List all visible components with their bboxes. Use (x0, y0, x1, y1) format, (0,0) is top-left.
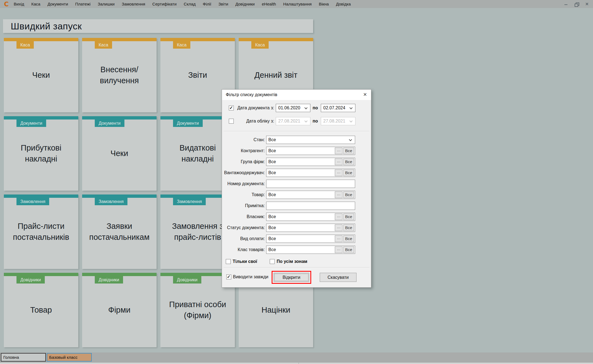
field-row-tovar: Товар:Все···Все (222, 191, 371, 199)
field-value-status-dokumenta[interactable]: Все (266, 224, 335, 232)
field-label-hrupa-firm: Група фірм: (224, 158, 265, 166)
all-button-hrupa-firm[interactable]: Все (343, 159, 354, 165)
tile-label: Прайс-листи постачальників (4, 194, 78, 269)
separator (224, 267, 369, 268)
always-show-checkbox[interactable] (226, 274, 231, 279)
field-row-status-dokumenta: Статус документа:Все···Все (222, 224, 371, 232)
field-value-tovar[interactable]: Все (266, 191, 335, 199)
menu-item-11[interactable]: eHealth (262, 2, 276, 6)
field-input-nomer-dokumenta[interactable] (266, 180, 355, 188)
field-row-vlasnyk: Власник:Все···Все (222, 213, 371, 221)
window-controls: ✕ (564, 0, 589, 8)
all-button-klas-tovariv[interactable]: Все (343, 246, 354, 253)
ellipsis-button-status-dokumenta[interactable]: ··· (335, 224, 343, 231)
date-checkbox-data-obliku[interactable] (229, 119, 234, 124)
chevron-down-icon (304, 106, 307, 109)
field-value-vyd-oplaty[interactable]: Все (266, 235, 335, 243)
tile-dok-prybutkovi[interactable]: ДокументиПрибуткові накладні (4, 116, 78, 191)
field-row-kontrahent: Контрагент:Все···Все (222, 147, 371, 155)
field-label-prymitka: Примітка: (224, 202, 265, 210)
tile-zam-prais-lysty[interactable]: ЗамовленняПрайс-листи постачальників (4, 194, 78, 269)
menu-item-9[interactable]: Звіти (218, 2, 228, 6)
menu-item-0[interactable]: Вихід (14, 2, 24, 6)
open-button[interactable]: Відкрити (274, 273, 309, 282)
ellipsis-button-tovar[interactable]: ··· (335, 191, 343, 198)
statusbar-tab-holovna[interactable]: Головна (1, 353, 46, 362)
field-label-kontrahent: Контрагент: (224, 147, 265, 155)
menu-item-7[interactable]: Склад (184, 2, 196, 6)
field-label-status-dokumenta: Статус документа: (224, 224, 265, 232)
date-checkbox-data-dokumenta[interactable] (229, 105, 234, 110)
field-value-vlasnyk[interactable]: Все (266, 213, 335, 221)
date-to-combo-data-obliku[interactable]: 27.08.2021 (321, 117, 355, 125)
tile-label: Внесення/вилучення (82, 38, 157, 112)
ellipsis-button-kontrahent[interactable]: ··· (335, 148, 343, 154)
field-value-hrupa-firm[interactable]: Все (266, 158, 335, 166)
tile-dok-cheky[interactable]: ДокументиЧеки (82, 116, 157, 191)
close-window-icon[interactable]: ✕ (585, 2, 589, 6)
menu-item-3[interactable]: Платежі (75, 2, 91, 6)
tile-zam-zaiavky[interactable]: ЗамовленняЗаявки постачальникам (82, 194, 157, 269)
menu-items: ВихідКасаДокументиПлатежіЗалишкиЗамовлен… (14, 2, 351, 6)
minimize-icon[interactable] (564, 2, 568, 6)
menu-item-14[interactable]: Довідка (336, 2, 351, 6)
all-button-tovar[interactable]: Все (343, 191, 354, 198)
menu-item-13[interactable]: Вікна (319, 2, 329, 6)
tile-label: Прибуткові накладні (4, 116, 78, 191)
menu-item-8[interactable]: Філії (203, 2, 211, 6)
date-to-combo-data-dokumenta[interactable]: 02.07.2024 (321, 104, 355, 112)
ellipsis-button-vyd-oplaty[interactable]: ··· (335, 235, 343, 242)
all-zones-label: По усім зонам (277, 259, 307, 264)
statusbar-tab-bazovyi-klass[interactable]: Базовый класс (47, 353, 92, 362)
all-button-vlasnyk[interactable]: Все (343, 213, 354, 220)
dialog-close-icon[interactable]: ✕ (362, 91, 368, 98)
dialog-titlebar[interactable]: Фільтр списку документів ✕ (222, 90, 371, 100)
quick-launch-header: Швидкий запуск (3, 19, 313, 33)
field-lookup-vlasnyk: Все···Все (266, 213, 355, 221)
only-own-checkbox[interactable] (226, 259, 231, 264)
tile-label: Фірми (82, 273, 157, 347)
field-label-klas-tovariv: Клас товарів: (224, 246, 265, 254)
tile-label: Чеки (4, 38, 78, 112)
field-value-klas-tovariv[interactable]: Все (266, 246, 335, 254)
only-own-option[interactable]: Тільки свої (226, 259, 257, 264)
field-lookup-status-dokumenta: Все···Все (266, 224, 355, 232)
field-select-stan[interactable]: Все (266, 136, 355, 144)
cancel-button[interactable]: Скасувати (320, 273, 357, 282)
all-button-status-dokumenta[interactable]: Все (343, 224, 354, 231)
field-lookup-klas-tovariv: Все···Все (266, 246, 355, 254)
tile-dov-tovar[interactable]: ДовідникиТовар (4, 273, 78, 347)
separator (224, 131, 369, 132)
ellipsis-button-vantazhooderzhuvach[interactable]: ··· (335, 170, 343, 176)
all-button-kontrahent[interactable]: Все (343, 148, 354, 154)
chevron-down-icon (349, 106, 352, 109)
menu-item-5[interactable]: Замовлення (122, 2, 145, 6)
date-sep-label: по (313, 117, 318, 125)
all-zones-option[interactable]: По усім зонам (270, 259, 307, 264)
ellipsis-button-klas-tovariv[interactable]: ··· (335, 246, 343, 253)
field-lookup-vyd-oplaty: Все···Все (266, 235, 355, 243)
menu-item-1[interactable]: Каса (31, 2, 40, 6)
tile-dov-firmy[interactable]: ДовідникиФірми (82, 273, 157, 347)
field-value-vantazhooderzhuvach[interactable]: Все (266, 169, 335, 177)
bottom-strip (0, 363, 593, 364)
always-show-option[interactable]: Виводити завжди (226, 274, 268, 279)
restore-icon[interactable] (574, 2, 579, 6)
field-value-kontrahent[interactable]: Все (266, 147, 335, 155)
menu-item-10[interactable]: Довідники (235, 2, 255, 6)
all-button-vyd-oplaty[interactable]: Все (343, 235, 354, 242)
field-input-prymitka[interactable] (266, 202, 355, 210)
field-lookup-kontrahent: Все···Все (266, 147, 355, 155)
tile-kasa-cheky[interactable]: КасаЧеки (4, 38, 78, 112)
menu-item-12[interactable]: Налаштування (283, 2, 312, 6)
ellipsis-button-vlasnyk[interactable]: ··· (335, 213, 343, 220)
menu-item-2[interactable]: Документи (48, 2, 68, 6)
date-from-combo-data-obliku[interactable]: 27.08.2021 (276, 117, 310, 125)
ellipsis-button-hrupa-firm[interactable]: ··· (335, 159, 343, 165)
date-from-combo-data-dokumenta[interactable]: 01.06.2020 (276, 104, 310, 112)
all-button-vantazhooderzhuvach[interactable]: Все (343, 170, 354, 176)
menu-item-4[interactable]: Залишки (98, 2, 115, 6)
all-zones-checkbox[interactable] (270, 259, 275, 264)
menu-item-6[interactable]: Сертифікати (152, 2, 177, 6)
tile-kasa-vnesennia[interactable]: КасаВнесення/вилучення (82, 38, 157, 112)
